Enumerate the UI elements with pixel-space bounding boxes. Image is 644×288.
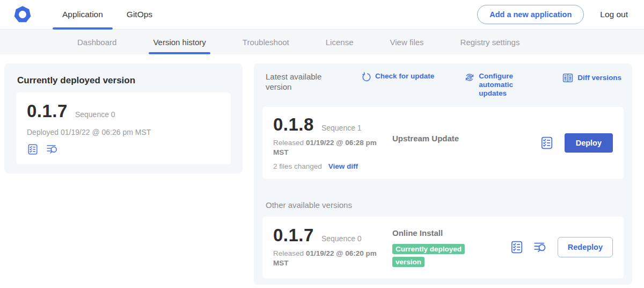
app-subnav: Dashboard Version history Troubleshoot L…	[0, 30, 644, 54]
latest-released-text: Released01/19/22 @ 06:28 pm MST	[273, 138, 392, 159]
diff-versions-label: Diff versions	[577, 74, 621, 82]
other-source-label: Online Install	[392, 228, 482, 237]
subnav-item-registry-settings[interactable]: Registry settings	[442, 30, 538, 54]
tab-gitops-label: GitOps	[127, 10, 152, 19]
subnav-view-files-label: View files	[390, 38, 423, 47]
logout-link[interactable]: Log out	[600, 10, 628, 19]
latest-released-prefix: Released	[273, 139, 304, 147]
view-logs-icon[interactable]	[533, 240, 548, 255]
tab-gitops[interactable]: GitOps	[115, 0, 164, 29]
check-for-update-link[interactable]: Check for update	[361, 72, 434, 82]
release-notes-icon[interactable]	[27, 143, 39, 155]
latest-sequence-label: Sequence 1	[321, 124, 362, 132]
configure-automatic-updates-label: Configure automatic updates	[479, 72, 542, 98]
deployed-date-text: Deployed 01/19/22 @ 06:26 pm MST	[27, 128, 220, 136]
latest-source-label: Upstream Update	[392, 134, 478, 171]
subnav-item-license[interactable]: License	[308, 30, 372, 54]
view-logs-icon[interactable]	[46, 143, 59, 156]
diff-icon	[562, 72, 574, 84]
currently-deployed-badge: Currently deployed version	[392, 244, 465, 268]
deployed-version-number: 0.1.7	[27, 101, 68, 121]
files-changed-text: 2 files changed	[273, 162, 322, 170]
subnav-version-history-label: Version history	[153, 38, 206, 47]
subnav-registry-settings-label: Registry settings	[460, 38, 520, 47]
tab-application-label: Application	[62, 10, 103, 19]
available-panel-title: Latest available version	[266, 72, 340, 92]
latest-version-number: 0.1.8	[273, 114, 314, 135]
other-version-number: 0.1.7	[273, 225, 314, 246]
other-released-text: Released01/19/22 @ 06:20 pm MST	[273, 249, 392, 269]
subnav-license-label: License	[326, 38, 354, 47]
release-notes-icon[interactable]	[510, 240, 524, 254]
subnav-troubleshoot-label: Troubleshoot	[243, 38, 289, 47]
main-content: Currently deployed version 0.1.7 Sequenc…	[0, 54, 644, 288]
other-version-card: 0.1.7 Sequence 0 Released01/19/22 @ 06:2…	[262, 217, 624, 278]
subnav-item-view-files[interactable]: View files	[371, 30, 442, 54]
subnav-item-troubleshoot[interactable]: Troubleshoot	[224, 30, 308, 54]
subnav-item-version-history[interactable]: Version history	[135, 30, 224, 54]
app-logo-icon[interactable]	[13, 5, 32, 24]
diff-versions-link[interactable]: Diff versions	[562, 72, 621, 84]
release-notes-icon[interactable]	[540, 136, 554, 150]
other-released-prefix: Released	[273, 249, 304, 257]
latest-version-card: 0.1.8 Sequence 1 Released01/19/22 @ 06:2…	[262, 107, 624, 179]
auto-update-icon	[464, 72, 475, 83]
deployed-version-card: 0.1.7 Sequence 0 Deployed 01/19/22 @ 06:…	[16, 92, 231, 164]
top-header: Application GitOps Add a new application…	[0, 0, 644, 30]
configure-automatic-updates-link[interactable]: Configure automatic updates	[464, 72, 542, 98]
other-versions-title: Other available versions	[266, 200, 624, 210]
refresh-icon	[361, 72, 371, 82]
deployed-panel-title: Currently deployed version	[17, 75, 231, 86]
check-for-update-label: Check for update	[375, 72, 434, 81]
header-tabs: Application GitOps	[50, 0, 164, 29]
currently-deployed-panel: Currently deployed version 0.1.7 Sequenc…	[4, 63, 243, 174]
deployed-sequence-label: Sequence 0	[75, 110, 115, 119]
redeploy-button[interactable]: Redeploy	[558, 237, 613, 257]
subnav-dashboard-label: Dashboard	[77, 38, 116, 47]
subnav-item-dashboard[interactable]: Dashboard	[59, 30, 135, 54]
tab-application[interactable]: Application	[50, 0, 115, 29]
available-versions-panel: Latest available version Check for updat…	[254, 63, 632, 285]
deploy-button[interactable]: Deploy	[565, 133, 613, 153]
view-diff-link[interactable]: View diff	[328, 162, 358, 170]
other-sequence-label: Sequence 0	[321, 234, 362, 243]
add-application-button[interactable]: Add a new application	[477, 5, 584, 24]
